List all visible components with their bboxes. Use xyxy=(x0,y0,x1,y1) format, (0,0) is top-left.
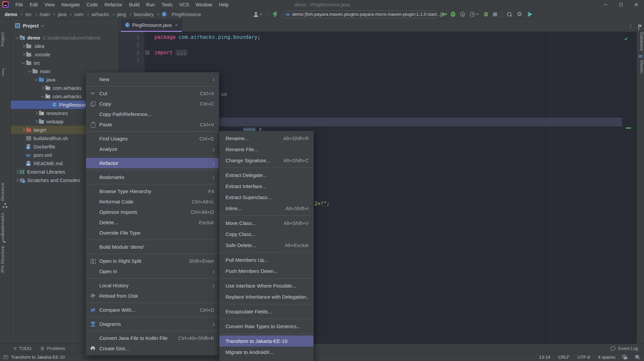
menu-run[interactable]: Run xyxy=(143,0,158,9)
menu-file[interactable]: File xyxy=(12,0,27,9)
breadcrumb-item-java[interactable]: java xyxy=(58,12,66,17)
menu-item-reload-from-disk[interactable]: Reload from Disk xyxy=(86,291,219,301)
project-folder-icon[interactable] xyxy=(3,70,8,75)
menu-item-override-file-type[interactable]: Override File Type xyxy=(86,228,219,238)
submenu-item-rename-file[interactable]: Rename File... xyxy=(219,144,313,155)
menu-refactor[interactable]: Refactor xyxy=(101,0,126,9)
breadcrumb-item-main[interactable]: main xyxy=(40,12,50,17)
chevron-collapsed-icon[interactable] xyxy=(33,120,39,123)
chevron-collapsed-icon[interactable] xyxy=(14,179,20,181)
chevron-expanded-icon[interactable] xyxy=(40,96,45,97)
menu-item-create-gist[interactable]: Create Gist... xyxy=(86,343,219,354)
chevron-collapsed-icon[interactable] xyxy=(33,112,39,114)
menu-view[interactable]: View xyxy=(41,0,58,9)
tool-window-button-structure[interactable]: Structure xyxy=(0,183,11,201)
chevron-expanded-icon[interactable] xyxy=(20,62,26,64)
breadcrumb-item-pingresource[interactable]: PingResource xyxy=(172,12,201,17)
maximize-button[interactable] xyxy=(613,0,629,9)
menu-item-find-usages[interactable]: Find UsagesCtrl+G xyxy=(86,133,219,144)
layers-icon[interactable] xyxy=(638,24,644,29)
profiler-button[interactable] xyxy=(470,12,479,17)
menu-item-copy[interactable]: CopyCtrl+C xyxy=(86,99,219,109)
tool-window-button-bookmarks[interactable]: Bookmarks xyxy=(0,213,11,236)
chevron-collapsed-icon[interactable] xyxy=(20,53,26,56)
menu-window[interactable]: Window xyxy=(192,0,216,9)
menu-tools[interactable]: Tools xyxy=(158,0,176,9)
menu-build[interactable]: Build xyxy=(126,0,143,9)
user-dropdown-button[interactable] xyxy=(253,12,262,17)
structure-icon[interactable] xyxy=(3,203,8,208)
status-item-13-14[interactable]: 13:14 xyxy=(539,355,550,360)
build-hammer-icon[interactable] xyxy=(272,11,278,17)
menu-item-open-in[interactable]: Open In xyxy=(86,266,219,277)
menu-help[interactable]: Help xyxy=(216,0,232,9)
menu-item-delete[interactable]: Delete...Excluir xyxy=(86,217,219,228)
menu-item-refactor[interactable]: Refactor xyxy=(86,158,219,168)
submenu-item-encapsulate-fields[interactable]: Encapsulate Fields... xyxy=(219,306,313,317)
tool-window-button-maven[interactable]: Maven xyxy=(637,60,644,73)
search-everywhere-icon[interactable] xyxy=(507,12,512,17)
submenu-item-rename[interactable]: Rename...Alt+Shift+R xyxy=(219,133,313,144)
submenu-item-replace-inheritance-with-delegation[interactable]: Replace Inheritance with Delegation... xyxy=(219,291,313,302)
close-tab-icon[interactable]: × xyxy=(175,22,178,28)
status-item-utf-8[interactable]: UTF-8 xyxy=(578,355,590,360)
submenu-item-change-signature[interactable]: Change Signature...Alt+Shift+C xyxy=(219,155,313,166)
submenu-item-use-interface-where-possible[interactable]: Use Interface Where Possible... xyxy=(219,280,313,291)
maven-icon[interactable]: m xyxy=(639,53,644,58)
unlock-icon[interactable] xyxy=(624,357,627,359)
chevron-expanded-icon[interactable] xyxy=(33,79,39,80)
breadcrumb-item-ping[interactable]: ping xyxy=(117,12,126,17)
debug-bug-icon[interactable] xyxy=(451,12,455,17)
chevron-expanded-icon[interactable] xyxy=(14,37,20,39)
menu-item-new[interactable]: New xyxy=(86,74,219,84)
submenu-item-safe-delete[interactable]: Safe Delete...Alt+Excluir xyxy=(219,240,313,251)
tree-item-idea[interactable]: .idea xyxy=(11,42,119,50)
breadcrumb-item-src[interactable]: src xyxy=(25,12,32,17)
submenu-item-move-class[interactable]: Move Class...Alt+Shift+V xyxy=(219,218,313,229)
menu-item-bookmarks[interactable]: Bookmarks xyxy=(86,172,219,182)
run-with-coverage-icon[interactable] xyxy=(460,12,465,17)
run-configuration-select[interactable]: m demo [fish.payara.maven.plugins:payara… xyxy=(283,10,437,18)
submenu-item-add-right-to-left-rtl-support[interactable]: Add Right-to-Left (RTL) Support... xyxy=(219,358,313,361)
menu-item-optimize-imports[interactable]: Optimize ImportsCtrl+Alt+O xyxy=(86,207,219,217)
menu-item-compare-with[interactable]: Compare With...Ctrl+D xyxy=(86,305,219,315)
submenu-item-convert-raw-types-to-generics[interactable]: Convert Raw Types to Generics... xyxy=(219,321,313,332)
tree-item-demo[interactable]: demoC:\code\reproducers\demo xyxy=(11,34,119,42)
tab-pingresource-java[interactable]: C PingResource.java × xyxy=(121,19,182,32)
fold-marker-icon[interactable] xyxy=(145,51,149,55)
status-item-crlf[interactable]: CRLF xyxy=(558,355,569,360)
close-button[interactable]: ✕ xyxy=(629,0,644,9)
tree-item-src[interactable]: src xyxy=(11,59,119,67)
run-play-icon[interactable] xyxy=(442,12,446,17)
submenu-item-pull-members-up[interactable]: Pull Members Up... xyxy=(219,254,313,265)
menu-item-open-in-right-split[interactable]: Open in Right SplitShift+Enter xyxy=(86,256,219,266)
attach-debugger-icon[interactable] xyxy=(484,12,488,16)
menu-item-build-module-demo[interactable]: Build Module 'demo' xyxy=(86,242,219,252)
chevron-collapsed-icon[interactable] xyxy=(40,87,45,89)
submenu-item-extract-delegate[interactable]: Extract Delegate... xyxy=(219,170,313,181)
status-item-4-spaces[interactable]: 4 spaces xyxy=(598,355,615,360)
breadcrumb-item-com[interactable]: com xyxy=(75,12,83,17)
chevron-collapsed-icon[interactable] xyxy=(20,45,26,47)
submenu-item-copy-class[interactable]: Copy Class... xyxy=(219,229,313,240)
breadcrumb-item-demo[interactable]: demo xyxy=(5,12,17,17)
menu-item-paste[interactable]: PasteCtrl+V xyxy=(86,119,219,130)
inspection-ok-icon[interactable]: ✔ xyxy=(625,35,628,42)
tool-window-button-problems[interactable]: !Problems xyxy=(40,346,65,351)
menu-item-browse-type-hierarchy[interactable]: Browse Type HierarchyF4 xyxy=(86,186,219,196)
minimize-button[interactable] xyxy=(598,0,613,9)
more-options-icon[interactable]: ⋮ xyxy=(628,22,633,29)
project-panel-header[interactable]: Project xyxy=(11,19,119,32)
submenu-item-extract-superclass[interactable]: Extract Superclass... xyxy=(219,192,313,203)
menu-item-convert-java-file-to-kotlin-file[interactable]: Convert Java File to Kotlin FileCtrl+Alt… xyxy=(86,333,219,343)
stop-icon[interactable] xyxy=(493,12,497,16)
submenu-item-inline[interactable]: Inline...Alt+Shift+I xyxy=(219,203,313,214)
reader-mode-icon[interactable] xyxy=(635,355,640,360)
chevron-collapsed-icon[interactable] xyxy=(20,129,26,131)
settings-gear-icon[interactable] xyxy=(517,11,522,17)
tool-window-button-database[interactable]: Database xyxy=(637,32,644,51)
tool-window-button-jpa-structure[interactable]: JPA Structure xyxy=(0,246,11,273)
chevron-expanded-icon[interactable] xyxy=(27,71,33,72)
tool-window-button-project[interactable]: Project xyxy=(0,32,11,47)
payara-logo-icon[interactable] xyxy=(527,11,533,17)
